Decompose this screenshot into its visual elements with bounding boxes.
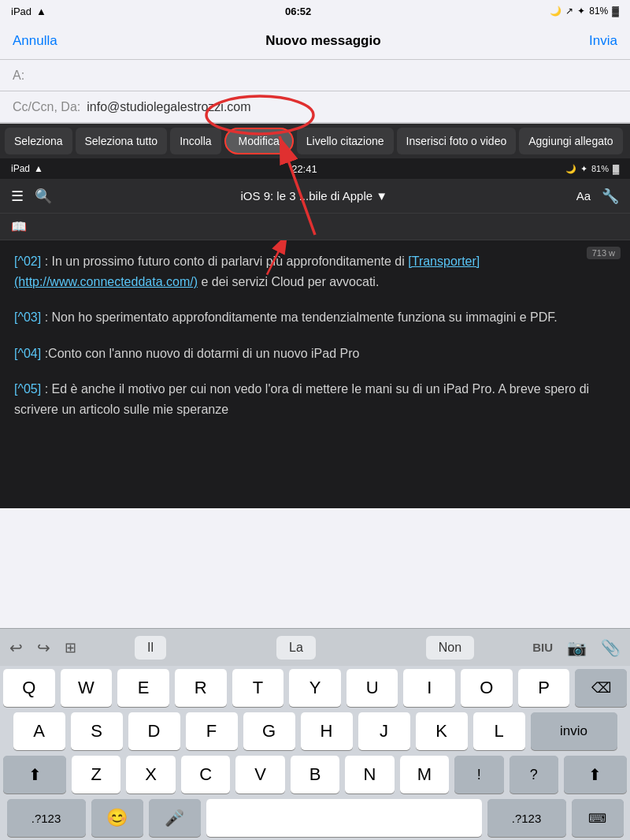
key-a[interactable]: A	[13, 712, 65, 750]
key-q[interactable]: Q	[3, 669, 55, 707]
inner-status-right: 🌙 ✦ 81% ▓	[565, 164, 619, 174]
key-y[interactable]: Y	[289, 669, 341, 707]
key-u[interactable]: U	[346, 669, 398, 707]
key-k[interactable]: K	[416, 712, 468, 750]
key-exclaim[interactable]: !	[454, 756, 503, 794]
paragraph-1: [^02] : In un prossimo futuro conto di p…	[14, 251, 616, 292]
article-content: 713 w [^02] : In un prossimo futuro cont…	[0, 240, 630, 508]
tools-icon[interactable]: 🔧	[602, 188, 619, 205]
inner-device: iPad	[11, 163, 30, 174]
inner-wifi-icon: ▲	[34, 163, 43, 174]
key-j[interactable]: J	[358, 712, 410, 750]
key-n[interactable]: N	[345, 756, 394, 794]
suggestion-non[interactable]: Non	[426, 636, 474, 660]
aa-button[interactable]: Aa	[576, 189, 591, 203]
key-h[interactable]: H	[301, 712, 353, 750]
ref-tag-2: [^03]	[14, 310, 41, 324]
attach-button[interactable]: 📎	[598, 635, 624, 660]
key-c[interactable]: C	[181, 756, 230, 794]
word-count: 713 w	[587, 247, 621, 259]
toolbar-seleziona[interactable]: Seleziona	[5, 128, 72, 154]
key-delete[interactable]: ⌫	[575, 669, 627, 707]
toolbar-incolla[interactable]: Incolla	[170, 128, 220, 154]
key-space[interactable]	[206, 799, 482, 837]
toolbar-foto[interactable]: Inserisci foto o video	[397, 128, 517, 154]
inner-status-bar: iPad ▲ 22:41 🌙 ✦ 81% ▓	[0, 158, 630, 179]
wifi-icon: ▲	[36, 6, 46, 17]
para-text-2: : Non ho sperimentato approfondita­mente…	[45, 310, 558, 324]
suggestion-il[interactable]: Il	[135, 636, 166, 660]
compose-header: Annulla Nuovo messaggio Invia A: Cc/Ccn,…	[0, 22, 630, 124]
book-icon: 📖	[11, 219, 27, 234]
status-right: 🌙 ↗ ✦ 81% ▓	[550, 6, 619, 17]
cancel-button[interactable]: Annulla	[13, 33, 57, 49]
key-w[interactable]: W	[61, 669, 113, 707]
quicktype-left: ↩ ↪ ⊞	[6, 635, 80, 660]
edit-toolbar: Seleziona Seleziona tutto Incolla Modifi…	[0, 124, 630, 158]
arrow-icon: ↗	[565, 6, 573, 17]
key-e[interactable]: E	[117, 669, 169, 707]
key-mic[interactable]: 🎤	[149, 799, 201, 837]
cc-label: Cc/Ccn, Da:	[13, 100, 80, 114]
key-s[interactable]: S	[71, 712, 123, 750]
compose-title-row: Annulla Nuovo messaggio Invia	[0, 22, 630, 60]
status-time: 06:52	[285, 6, 311, 17]
redo-button[interactable]: ↪	[34, 635, 54, 660]
key-o[interactable]: O	[461, 669, 513, 707]
toolbar-modifica[interactable]: Modifica	[224, 128, 294, 154]
moon-icon: 🌙	[550, 6, 561, 17]
keyboard-area: ↩ ↪ ⊞ Il La Non BIU 📷 📎 Q W E R T Y U I …	[0, 628, 630, 840]
undo-button[interactable]: ↩	[6, 635, 26, 660]
camera-button[interactable]: 📷	[564, 635, 590, 660]
key-t[interactable]: T	[232, 669, 284, 707]
to-label: A:	[13, 69, 24, 83]
suggestion-la[interactable]: La	[276, 636, 316, 660]
key-numbers[interactable]: .?123	[7, 799, 86, 837]
key-question[interactable]: ?	[510, 756, 558, 794]
key-row-2: A S D F G H J K L invio	[3, 712, 627, 750]
from-email: info@studiolegalestrozzi.com	[87, 100, 250, 114]
key-l[interactable]: L	[473, 712, 525, 750]
paste-button[interactable]: ⊞	[61, 636, 80, 660]
key-p[interactable]: P	[518, 669, 570, 707]
para-text-3: :Conto con l'anno nuovo di dotarmi di un…	[45, 347, 360, 360]
toolbar-allegato[interactable]: Aggiungi allegato	[519, 128, 622, 154]
key-keyboard-hide[interactable]: ⌨	[572, 799, 624, 837]
key-shift-left[interactable]: ⬆	[3, 756, 66, 794]
inner-reading-bar: 📖	[0, 214, 630, 240]
key-v[interactable]: V	[235, 756, 284, 794]
search-icon[interactable]: 🔍	[35, 188, 52, 205]
cc-field-row: Cc/Ccn, Da: info@studiolegalestrozzi.com	[0, 91, 630, 123]
paragraph-4: [^05] : Ed è anche il motivo per cui non…	[14, 379, 616, 419]
key-row-1: Q W E R T Y U I O P ⌫	[3, 669, 627, 707]
send-button[interactable]: Invia	[589, 33, 617, 49]
toolbar-seleziona-tutto[interactable]: Seleziona tutto	[76, 128, 168, 154]
key-i[interactable]: I	[403, 669, 455, 707]
bluetooth-icon: ✦	[577, 6, 585, 17]
transporter-link[interactable]: [Transporter]	[408, 255, 480, 268]
quicktype-right: BIU 📷 📎	[529, 635, 624, 660]
key-x[interactable]: X	[126, 756, 175, 794]
key-emoji[interactable]: 😊	[91, 799, 143, 837]
key-enter[interactable]: invio	[531, 712, 617, 750]
to-input[interactable]	[31, 60, 617, 91]
url-link[interactable]: (http://www.connecteddata.com/)	[14, 275, 198, 288]
inner-nav-right: Aa 🔧	[576, 188, 619, 205]
outer-status-bar: iPad ▲ 06:52 🌙 ↗ ✦ 81% ▓	[0, 0, 630, 22]
bold-italic-button[interactable]: BIU	[529, 637, 556, 657]
key-m[interactable]: M	[400, 756, 449, 794]
key-d[interactable]: D	[128, 712, 180, 750]
inner-battery-icon: ▓	[613, 164, 619, 173]
key-z[interactable]: Z	[72, 756, 120, 794]
key-r[interactable]: R	[175, 669, 227, 707]
toolbar-livello[interactable]: Livello citazione	[297, 128, 394, 154]
quicktype-suggestions: Il La Non	[80, 636, 529, 660]
menu-icon[interactable]: ☰	[11, 188, 24, 205]
key-row-bottom: .?123 😊 🎤 .?123 ⌨	[3, 799, 627, 837]
key-numbers-right[interactable]: .?123	[487, 799, 566, 837]
key-g[interactable]: G	[243, 712, 295, 750]
para-text-1: : In un prossimo futuro conto di parlarv…	[45, 255, 409, 268]
key-f[interactable]: F	[186, 712, 238, 750]
key-b[interactable]: B	[291, 756, 339, 794]
key-shift-right[interactable]: ⬆	[564, 756, 627, 794]
